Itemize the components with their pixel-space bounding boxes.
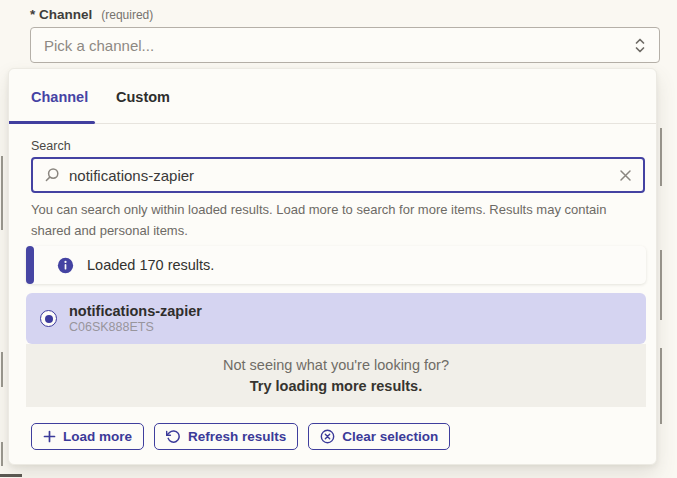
clear-circle-icon (320, 429, 335, 444)
occluded-field-edge (1, 352, 3, 387)
option-subtitle: C06SK888ETS (69, 320, 202, 336)
refresh-results-button[interactable]: Refresh results (154, 423, 298, 450)
plus-icon (43, 430, 56, 443)
hint-suggestion: Try loading more results. (250, 378, 422, 394)
channel-dropdown-panel: Channel Custom Search You can search onl… (8, 68, 657, 465)
search-helper-text: You can search only within loaded result… (31, 200, 631, 242)
radio-selected-icon (40, 310, 57, 327)
tab-channel[interactable]: Channel (31, 69, 88, 124)
channel-option-selected[interactable]: notifications-zapier C06SK888ETS (26, 293, 646, 344)
occluded-field-edge (660, 250, 662, 320)
info-icon (57, 257, 74, 274)
load-more-hint: Not seeing what you're looking for? Try … (26, 344, 646, 407)
action-bar: Load more Refresh results (31, 423, 450, 450)
field-required-text: (required) (101, 8, 153, 22)
refresh-icon (166, 429, 181, 444)
tab-custom[interactable]: Custom (116, 69, 170, 124)
alert-accent-bar (26, 246, 34, 284)
active-tab-underline (9, 121, 95, 124)
clear-selection-button[interactable]: Clear selection (308, 423, 450, 450)
field-label-text: * Channel (30, 7, 92, 22)
occluded-field-edge (1, 156, 3, 230)
occluded-field-edge (660, 348, 662, 424)
occluded-field-edge (660, 128, 662, 186)
tab-bar: Channel Custom (9, 69, 656, 124)
chevron-updown-icon (634, 37, 646, 54)
occluded-field-edge (0, 474, 22, 477)
search-input[interactable] (69, 167, 610, 184)
channel-select-placeholder: Pick a channel... (44, 37, 634, 54)
option-text: notifications-zapier C06SK888ETS (69, 302, 202, 336)
info-alert: Loaded 170 results. (26, 246, 646, 284)
search-label: Search (31, 139, 71, 153)
clear-search-icon[interactable] (619, 169, 632, 182)
channel-select[interactable]: Pick a channel... (30, 27, 660, 63)
hint-question: Not seeing what you're looking for? (223, 357, 449, 373)
clear-selection-label: Clear selection (342, 429, 438, 444)
refresh-results-label: Refresh results (188, 429, 286, 444)
screen: * Channel (required) Pick a channel... C… (0, 0, 677, 478)
alert-text: Loaded 170 results. (87, 257, 214, 273)
search-icon (44, 167, 60, 183)
search-field[interactable] (31, 157, 645, 193)
load-more-label: Load more (63, 429, 132, 444)
occluded-field-edge (1, 442, 3, 466)
field-label: * Channel (required) (30, 7, 153, 22)
load-more-button[interactable]: Load more (31, 423, 144, 450)
option-title: notifications-zapier (69, 302, 202, 320)
